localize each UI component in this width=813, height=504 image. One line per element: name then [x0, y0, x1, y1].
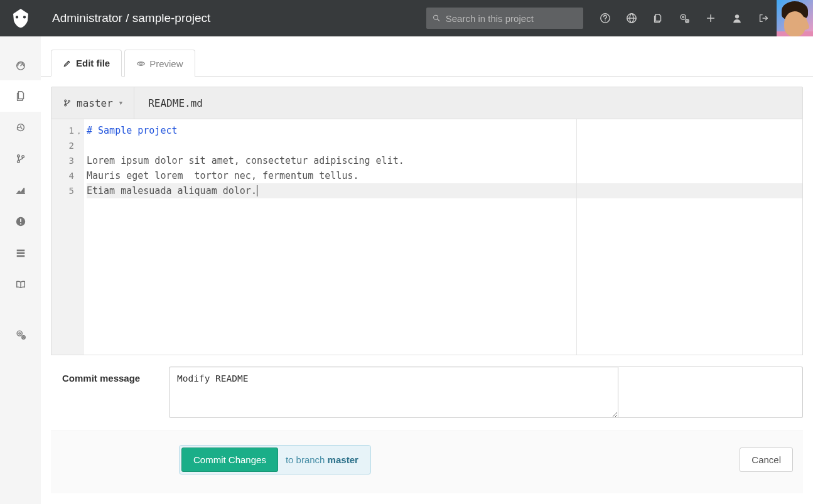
svg-point-7 [681, 14, 686, 19]
sidebar-branch-icon[interactable] [0, 143, 41, 174]
help-icon[interactable] [592, 0, 618, 36]
filename: README.md [134, 87, 217, 119]
svg-point-3 [605, 21, 606, 22]
avatar[interactable] [777, 0, 813, 36]
breadcrumb[interactable]: Administrator / sample-project [52, 11, 210, 25]
sidebar-list-icon[interactable] [0, 237, 41, 269]
cursor [257, 185, 257, 196]
branch-icon [63, 99, 72, 107]
gears-icon[interactable] [671, 0, 697, 36]
search-input[interactable] [446, 13, 577, 24]
svg-point-10 [687, 21, 688, 22]
commit-row: Commit message [41, 355, 813, 431]
svg-rect-24 [16, 255, 24, 257]
code-area[interactable]: # Sample project Lorem ipsum dolor sit a… [84, 119, 802, 355]
svg-rect-21 [20, 223, 21, 225]
commit-group: Commit Changes to branch master [179, 445, 371, 475]
eye-icon [136, 59, 146, 68]
svg-point-8 [682, 16, 684, 18]
commit-message-label: Commit message [62, 367, 169, 383]
sidebar-wiki-icon[interactable] [0, 269, 41, 300]
sidebar-graphs-icon[interactable] [0, 174, 41, 206]
branch-name: master [77, 97, 113, 109]
sidebar [0, 36, 41, 504]
tab-preview[interactable]: Preview [124, 50, 195, 77]
svg-rect-23 [16, 252, 24, 254]
chevron-down-icon: ▼ [119, 100, 122, 106]
commit-message-extra [618, 367, 803, 418]
actions-bar: Commit Changes to branch master Cancel [51, 431, 803, 493]
line-gutter: 1▾ 2 3 4 5 [51, 119, 84, 355]
search-icon [433, 14, 441, 23]
sidebar-settings-icon[interactable] [0, 319, 41, 350]
svg-point-29 [23, 337, 24, 338]
svg-point-26 [17, 331, 22, 336]
commit-changes-button[interactable]: Commit Changes [181, 448, 278, 472]
tab-edit-file[interactable]: Edit file [51, 50, 122, 77]
edit-icon [63, 58, 72, 68]
sidebar-history-icon[interactable] [0, 112, 41, 143]
cancel-button[interactable]: Cancel [740, 448, 793, 472]
svg-point-28 [21, 336, 24, 339]
sidebar-files-icon[interactable] [0, 80, 41, 112]
svg-point-9 [686, 19, 689, 23]
file-bar: master ▼ README.md [51, 87, 803, 119]
svg-point-30 [140, 62, 143, 65]
svg-line-1 [438, 19, 439, 21]
user-icon[interactable] [724, 0, 750, 36]
svg-point-27 [18, 333, 20, 335]
code-editor[interactable]: 1▾ 2 3 4 5 # Sample project Lorem ipsum … [51, 119, 803, 355]
svg-rect-20 [20, 219, 21, 222]
tabs: Edit file Preview [41, 36, 813, 77]
search-box[interactable] [426, 8, 583, 29]
svg-point-0 [434, 15, 438, 19]
app-logo[interactable] [0, 0, 41, 36]
tab-edit-label: Edit file [76, 58, 110, 68]
sidebar-issues-icon[interactable] [0, 206, 41, 237]
topbar: Administrator / sample-project [0, 0, 813, 36]
ruler [576, 119, 577, 355]
svg-rect-22 [16, 250, 24, 252]
files-icon[interactable] [645, 0, 671, 36]
commit-message-input[interactable] [169, 367, 618, 418]
logout-icon[interactable] [750, 0, 777, 36]
tab-preview-label: Preview [149, 58, 183, 69]
plus-icon[interactable] [697, 0, 724, 36]
branch-selector[interactable]: master ▼ [51, 87, 134, 119]
sidebar-dashboard-icon[interactable] [0, 49, 41, 80]
main-content: Edit file Preview master ▼ README.md 1▾ … [41, 36, 813, 504]
breadcrumb-project[interactable]: sample-project [132, 11, 211, 24]
globe-icon[interactable] [618, 0, 645, 36]
svg-point-13 [735, 14, 739, 18]
breadcrumb-owner[interactable]: Administrator [52, 11, 122, 24]
commit-branch-info: to branch master [278, 454, 369, 465]
